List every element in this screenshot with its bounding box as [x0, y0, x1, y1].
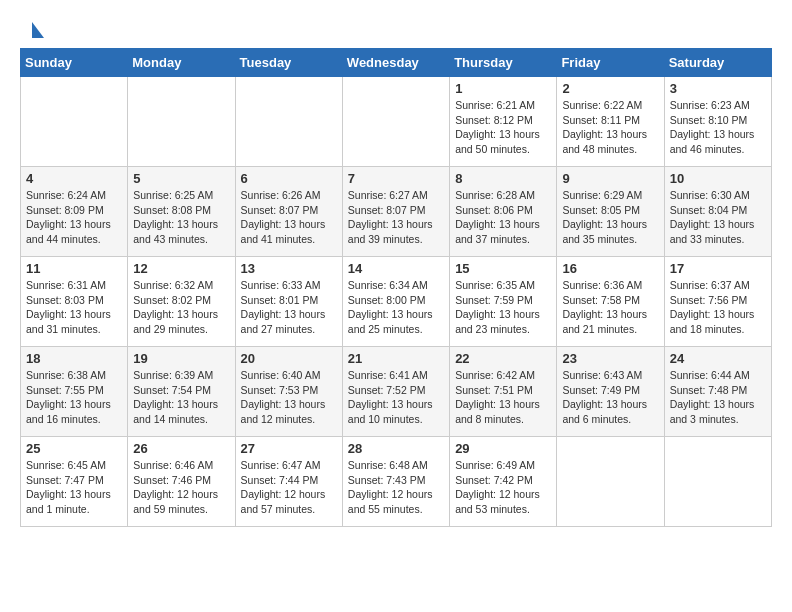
- calendar-cell: 29Sunrise: 6:49 AMSunset: 7:42 PMDayligh…: [450, 437, 557, 527]
- calendar-week-row: 1Sunrise: 6:21 AMSunset: 8:12 PMDaylight…: [21, 77, 772, 167]
- day-info: Sunrise: 6:29 AMSunset: 8:05 PMDaylight:…: [562, 188, 658, 247]
- calendar-cell: 9Sunrise: 6:29 AMSunset: 8:05 PMDaylight…: [557, 167, 664, 257]
- day-number: 16: [562, 261, 658, 276]
- svg-marker-0: [32, 22, 44, 38]
- day-number: 19: [133, 351, 229, 366]
- calendar-cell: 26Sunrise: 6:46 AMSunset: 7:46 PMDayligh…: [128, 437, 235, 527]
- calendar-cell: 7Sunrise: 6:27 AMSunset: 8:07 PMDaylight…: [342, 167, 449, 257]
- calendar-cell: 19Sunrise: 6:39 AMSunset: 7:54 PMDayligh…: [128, 347, 235, 437]
- weekday-header-tuesday: Tuesday: [235, 49, 342, 77]
- day-number: 20: [241, 351, 337, 366]
- day-info: Sunrise: 6:23 AMSunset: 8:10 PMDaylight:…: [670, 98, 766, 157]
- day-number: 27: [241, 441, 337, 456]
- calendar-header-row: SundayMondayTuesdayWednesdayThursdayFrid…: [21, 49, 772, 77]
- calendar-cell: 2Sunrise: 6:22 AMSunset: 8:11 PMDaylight…: [557, 77, 664, 167]
- calendar-week-row: 11Sunrise: 6:31 AMSunset: 8:03 PMDayligh…: [21, 257, 772, 347]
- day-info: Sunrise: 6:33 AMSunset: 8:01 PMDaylight:…: [241, 278, 337, 337]
- calendar-cell: 14Sunrise: 6:34 AMSunset: 8:00 PMDayligh…: [342, 257, 449, 347]
- logo-icon: [24, 20, 46, 42]
- weekday-header-monday: Monday: [128, 49, 235, 77]
- calendar-cell: 16Sunrise: 6:36 AMSunset: 7:58 PMDayligh…: [557, 257, 664, 347]
- day-info: Sunrise: 6:22 AMSunset: 8:11 PMDaylight:…: [562, 98, 658, 157]
- day-info: Sunrise: 6:40 AMSunset: 7:53 PMDaylight:…: [241, 368, 337, 427]
- calendar-cell: [664, 437, 771, 527]
- day-info: Sunrise: 6:42 AMSunset: 7:51 PMDaylight:…: [455, 368, 551, 427]
- day-number: 21: [348, 351, 444, 366]
- day-info: Sunrise: 6:34 AMSunset: 8:00 PMDaylight:…: [348, 278, 444, 337]
- calendar-cell: 8Sunrise: 6:28 AMSunset: 8:06 PMDaylight…: [450, 167, 557, 257]
- day-number: 23: [562, 351, 658, 366]
- day-info: Sunrise: 6:43 AMSunset: 7:49 PMDaylight:…: [562, 368, 658, 427]
- day-info: Sunrise: 6:38 AMSunset: 7:55 PMDaylight:…: [26, 368, 122, 427]
- day-number: 10: [670, 171, 766, 186]
- calendar-cell: 12Sunrise: 6:32 AMSunset: 8:02 PMDayligh…: [128, 257, 235, 347]
- day-number: 28: [348, 441, 444, 456]
- weekday-header-thursday: Thursday: [450, 49, 557, 77]
- day-number: 13: [241, 261, 337, 276]
- day-info: Sunrise: 6:32 AMSunset: 8:02 PMDaylight:…: [133, 278, 229, 337]
- day-info: Sunrise: 6:26 AMSunset: 8:07 PMDaylight:…: [241, 188, 337, 247]
- calendar-table: SundayMondayTuesdayWednesdayThursdayFrid…: [20, 48, 772, 527]
- day-number: 3: [670, 81, 766, 96]
- day-number: 7: [348, 171, 444, 186]
- day-info: Sunrise: 6:24 AMSunset: 8:09 PMDaylight:…: [26, 188, 122, 247]
- day-number: 17: [670, 261, 766, 276]
- day-number: 29: [455, 441, 551, 456]
- day-number: 1: [455, 81, 551, 96]
- day-info: Sunrise: 6:27 AMSunset: 8:07 PMDaylight:…: [348, 188, 444, 247]
- calendar-cell: 3Sunrise: 6:23 AMSunset: 8:10 PMDaylight…: [664, 77, 771, 167]
- calendar-cell: 6Sunrise: 6:26 AMSunset: 8:07 PMDaylight…: [235, 167, 342, 257]
- weekday-header-friday: Friday: [557, 49, 664, 77]
- day-number: 18: [26, 351, 122, 366]
- day-info: Sunrise: 6:48 AMSunset: 7:43 PMDaylight:…: [348, 458, 444, 517]
- day-info: Sunrise: 6:28 AMSunset: 8:06 PMDaylight:…: [455, 188, 551, 247]
- day-number: 5: [133, 171, 229, 186]
- calendar-cell: 5Sunrise: 6:25 AMSunset: 8:08 PMDaylight…: [128, 167, 235, 257]
- day-info: Sunrise: 6:31 AMSunset: 8:03 PMDaylight:…: [26, 278, 122, 337]
- day-number: 4: [26, 171, 122, 186]
- day-info: Sunrise: 6:47 AMSunset: 7:44 PMDaylight:…: [241, 458, 337, 517]
- calendar-cell: 10Sunrise: 6:30 AMSunset: 8:04 PMDayligh…: [664, 167, 771, 257]
- calendar-cell: 27Sunrise: 6:47 AMSunset: 7:44 PMDayligh…: [235, 437, 342, 527]
- page-header: [20, 16, 772, 42]
- day-number: 15: [455, 261, 551, 276]
- calendar-cell: 25Sunrise: 6:45 AMSunset: 7:47 PMDayligh…: [21, 437, 128, 527]
- weekday-header-saturday: Saturday: [664, 49, 771, 77]
- calendar-cell: 22Sunrise: 6:42 AMSunset: 7:51 PMDayligh…: [450, 347, 557, 437]
- calendar-week-row: 25Sunrise: 6:45 AMSunset: 7:47 PMDayligh…: [21, 437, 772, 527]
- day-info: Sunrise: 6:30 AMSunset: 8:04 PMDaylight:…: [670, 188, 766, 247]
- calendar-cell: [557, 437, 664, 527]
- day-info: Sunrise: 6:49 AMSunset: 7:42 PMDaylight:…: [455, 458, 551, 517]
- calendar-cell: 21Sunrise: 6:41 AMSunset: 7:52 PMDayligh…: [342, 347, 449, 437]
- calendar-cell: [128, 77, 235, 167]
- calendar-cell: 1Sunrise: 6:21 AMSunset: 8:12 PMDaylight…: [450, 77, 557, 167]
- weekday-header-wednesday: Wednesday: [342, 49, 449, 77]
- day-info: Sunrise: 6:36 AMSunset: 7:58 PMDaylight:…: [562, 278, 658, 337]
- day-number: 22: [455, 351, 551, 366]
- calendar-cell: 15Sunrise: 6:35 AMSunset: 7:59 PMDayligh…: [450, 257, 557, 347]
- calendar-cell: 4Sunrise: 6:24 AMSunset: 8:09 PMDaylight…: [21, 167, 128, 257]
- day-info: Sunrise: 6:21 AMSunset: 8:12 PMDaylight:…: [455, 98, 551, 157]
- day-number: 14: [348, 261, 444, 276]
- calendar-cell: 20Sunrise: 6:40 AMSunset: 7:53 PMDayligh…: [235, 347, 342, 437]
- calendar-cell: 18Sunrise: 6:38 AMSunset: 7:55 PMDayligh…: [21, 347, 128, 437]
- day-info: Sunrise: 6:39 AMSunset: 7:54 PMDaylight:…: [133, 368, 229, 427]
- day-info: Sunrise: 6:25 AMSunset: 8:08 PMDaylight:…: [133, 188, 229, 247]
- calendar-cell: [21, 77, 128, 167]
- day-number: 8: [455, 171, 551, 186]
- calendar-cell: 24Sunrise: 6:44 AMSunset: 7:48 PMDayligh…: [664, 347, 771, 437]
- logo: [20, 20, 46, 42]
- day-number: 6: [241, 171, 337, 186]
- day-info: Sunrise: 6:35 AMSunset: 7:59 PMDaylight:…: [455, 278, 551, 337]
- day-number: 11: [26, 261, 122, 276]
- day-info: Sunrise: 6:45 AMSunset: 7:47 PMDaylight:…: [26, 458, 122, 517]
- calendar-cell: [235, 77, 342, 167]
- day-number: 25: [26, 441, 122, 456]
- day-info: Sunrise: 6:37 AMSunset: 7:56 PMDaylight:…: [670, 278, 766, 337]
- weekday-header-sunday: Sunday: [21, 49, 128, 77]
- day-info: Sunrise: 6:44 AMSunset: 7:48 PMDaylight:…: [670, 368, 766, 427]
- calendar-week-row: 18Sunrise: 6:38 AMSunset: 7:55 PMDayligh…: [21, 347, 772, 437]
- day-number: 12: [133, 261, 229, 276]
- day-number: 26: [133, 441, 229, 456]
- calendar-cell: 13Sunrise: 6:33 AMSunset: 8:01 PMDayligh…: [235, 257, 342, 347]
